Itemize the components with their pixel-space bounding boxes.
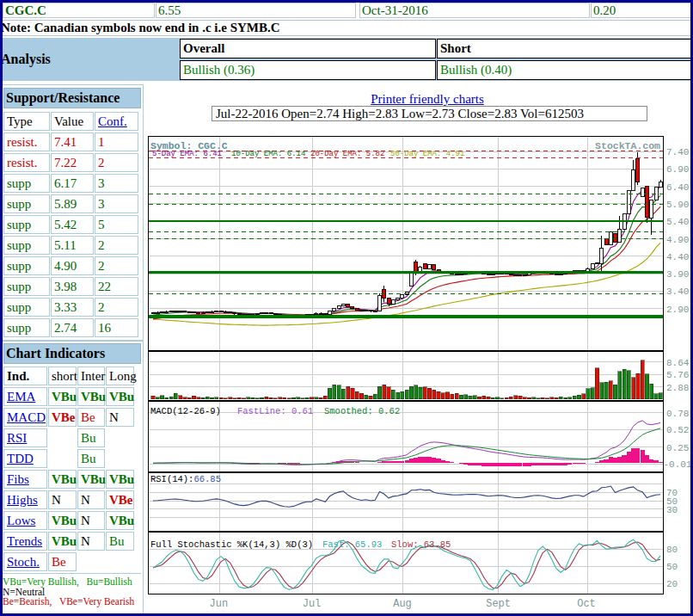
svg-text:20: 20 [666,579,678,589]
svg-text:StockTA.com: StockTA.com [595,140,660,151]
svg-text:Full Stochastic %K(14,3) %D(3): Full Stochastic %K(14,3) %D(3) [150,539,313,550]
svg-text:2.88: 2.88 [666,383,689,393]
svg-text:80: 80 [666,545,678,555]
svg-text:RSI(14):66.85: RSI(14):66.85 [150,474,221,484]
svg-text:FastLine: 0.61: FastLine: 0.61 [237,406,313,416]
svg-text:Smoothed: 0.62: Smoothed: 0.62 [324,406,400,416]
svg-text:0.52: 0.52 [666,425,689,435]
svg-text:Oct: Oct [577,598,596,610]
svg-text:6.90: 6.90 [666,164,689,175]
svg-text:7.40: 7.40 [666,147,689,157]
svg-text:50-Day EMA: 4.91: 50-Day EMA: 4.91 [390,150,464,158]
svg-text:0.25: 0.25 [666,443,689,453]
svg-text:MACD(12-26-9): MACD(12-26-9) [150,406,221,416]
svg-text:5-Day EMA: 6.41: 5-Day EMA: 6.41 [152,150,222,158]
svg-text:-0.01: -0.01 [664,459,692,470]
svg-text:Jul: Jul [303,598,322,610]
svg-text:8.64: 8.64 [666,358,690,368]
svg-text:Slow: 63.85: Slow: 63.85 [391,539,451,550]
svg-text:30: 30 [666,505,678,515]
svg-text:10-Day EMA: 6.14: 10-Day EMA: 6.14 [231,150,305,158]
svg-text:50: 50 [666,562,678,572]
svg-text:6.40: 6.40 [666,182,689,193]
svg-text:4.90: 4.90 [666,235,689,245]
svg-text:20-Day EMA: 5.82: 20-Day EMA: 5.82 [310,150,384,158]
svg-text:Jun: Jun [210,598,229,610]
svg-text:Fast: 65.93: Fast: 65.93 [322,539,382,550]
svg-text:3.40: 3.40 [666,286,689,297]
svg-text:2.90: 2.90 [666,305,689,315]
svg-text:3.90: 3.90 [666,269,689,280]
svg-text:5.40: 5.40 [666,217,689,227]
svg-text:5.90: 5.90 [666,200,689,210]
svg-text:Aug: Aug [393,598,412,610]
svg-text:0.78: 0.78 [666,409,689,419]
svg-text:Sept: Sept [486,598,511,610]
svg-text:4.40: 4.40 [666,252,689,262]
svg-text:5.76: 5.76 [666,370,689,380]
